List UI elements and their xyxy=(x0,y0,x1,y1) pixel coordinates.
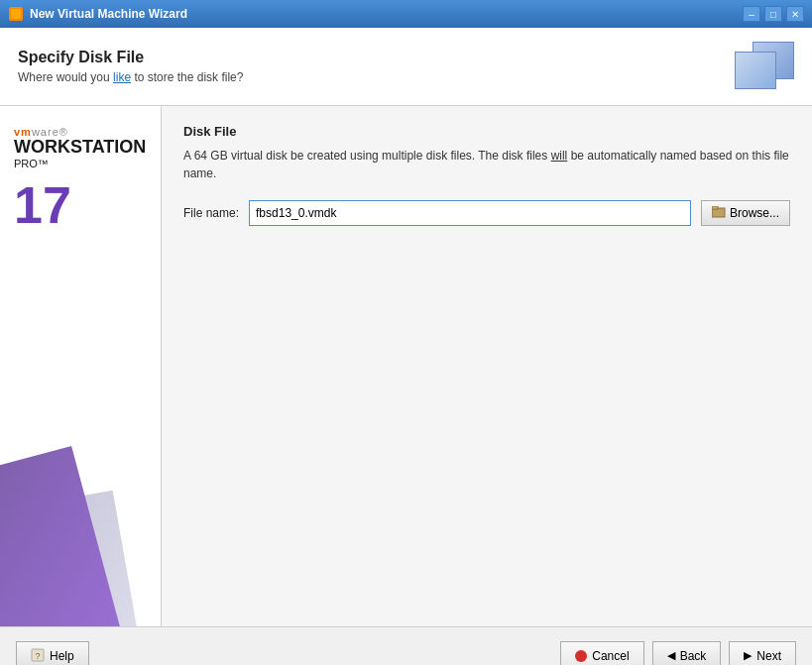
titlebar-title: New Virtual Machine Wizard xyxy=(30,7,743,21)
next-label: Next xyxy=(756,649,781,663)
browse-label: Browse... xyxy=(730,206,779,220)
help-icon: ? xyxy=(31,648,45,664)
svg-rect-3 xyxy=(712,206,718,209)
sidebar: vmware® WORKSTATION PRO™ 17 xyxy=(0,106,162,626)
next-icon: ▶ xyxy=(744,649,752,662)
back-button[interactable]: ◀ Back xyxy=(652,641,722,666)
app-icon xyxy=(8,6,24,22)
svg-text:?: ? xyxy=(35,651,40,661)
browse-icon xyxy=(712,206,726,221)
back-icon: ◀ xyxy=(667,649,675,662)
minimize-button[interactable]: – xyxy=(743,6,760,22)
version-number: 17 xyxy=(14,179,71,231)
disk-icon xyxy=(735,42,794,91)
file-name-label: File name: xyxy=(183,206,239,220)
disk-icon-front xyxy=(735,52,776,89)
file-name-input[interactable] xyxy=(249,200,691,226)
svg-rect-1 xyxy=(11,9,21,19)
close-button[interactable]: ✕ xyxy=(786,6,804,22)
browse-button[interactable]: Browse... xyxy=(701,200,790,226)
next-button[interactable]: ▶ Next xyxy=(729,641,796,666)
header: Specify Disk File Where would you like t… xyxy=(0,28,812,106)
help-label: Help xyxy=(50,649,74,663)
content-panel: Disk File A 64 GB virtual disk be create… xyxy=(162,106,812,626)
titlebar-controls: – □ ✕ xyxy=(743,6,804,22)
cancel-button[interactable]: Cancel xyxy=(560,641,643,666)
section-title: Disk File xyxy=(183,124,790,139)
page-title: Specify Disk File xyxy=(18,49,243,66)
footer: ? Help Cancel ◀ Back ▶ Next xyxy=(0,626,812,665)
footer-right: Cancel ◀ Back ▶ Next xyxy=(560,641,796,666)
product-edition: PRO™ xyxy=(14,158,146,169)
footer-left: ? Help xyxy=(16,641,89,666)
back-label: Back xyxy=(680,649,707,663)
subtitle-link: like xyxy=(113,70,131,84)
sidebar-decoration xyxy=(0,408,162,626)
main-content: vmware® WORKSTATION PRO™ 17 Disk File A … xyxy=(0,106,812,626)
vmware-logo: vmware® WORKSTATION PRO™ xyxy=(14,126,146,169)
section-description: A 64 GB virtual disk be created using mu… xyxy=(183,147,790,182)
page-subtitle: Where would you like to store the disk f… xyxy=(18,70,243,84)
cancel-label: Cancel xyxy=(592,649,629,663)
file-name-row: File name: Browse... xyxy=(183,200,790,226)
cancel-icon xyxy=(575,650,587,662)
header-text: Specify Disk File Where would you like t… xyxy=(18,49,243,84)
header-icon xyxy=(735,42,794,91)
maximize-button[interactable]: □ xyxy=(764,6,782,22)
titlebar: New Virtual Machine Wizard – □ ✕ xyxy=(0,0,812,28)
help-button[interactable]: ? Help xyxy=(16,641,89,666)
product-name: WORKSTATION xyxy=(14,138,146,158)
